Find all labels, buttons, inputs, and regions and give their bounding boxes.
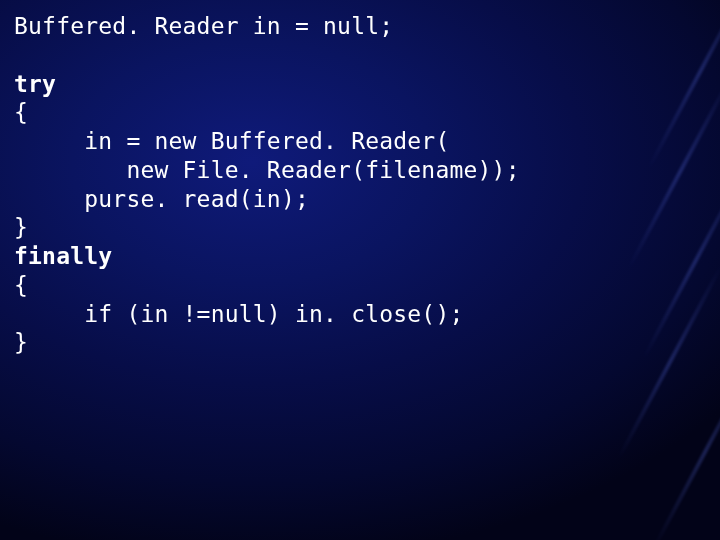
code-line: }	[14, 214, 28, 240]
decorative-streaks	[560, 0, 720, 540]
code-line: }	[14, 329, 28, 355]
code-line: if (in !=null) in. close();	[14, 301, 464, 327]
code-line: new File. Reader(filename));	[14, 157, 520, 183]
code-line: {	[14, 99, 28, 125]
keyword-try: try	[14, 71, 56, 97]
code-line: {	[14, 272, 28, 298]
code-line: Buffered. Reader in = null;	[14, 13, 393, 39]
code-line: in = new Buffered. Reader(	[14, 128, 449, 154]
keyword-finally: finally	[14, 243, 112, 269]
code-block: Buffered. Reader in = null; try { in = n…	[14, 12, 520, 357]
code-line: purse. read(in);	[14, 186, 309, 212]
